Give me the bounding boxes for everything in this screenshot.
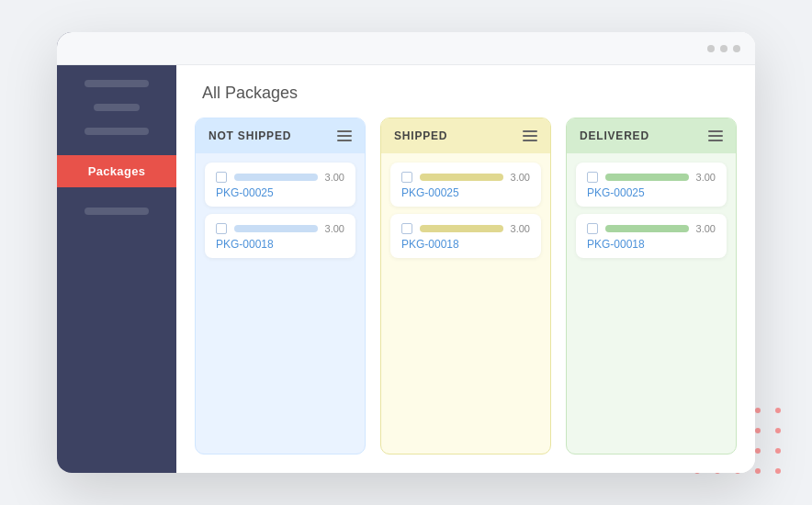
sidebar-item-packages[interactable]: Packages <box>57 155 176 187</box>
card-bar <box>605 225 689 232</box>
card-top: 3.00 <box>401 223 530 234</box>
card-bar <box>234 225 318 232</box>
card-checkbox[interactable] <box>401 172 412 183</box>
window-chrome <box>57 32 755 65</box>
chrome-dot-2 <box>720 45 727 52</box>
column-shipped: SHIPPED 3.00 PKG-00025 <box>380 118 551 454</box>
card-value: 3.00 <box>511 172 530 183</box>
sidebar-line-2 <box>94 104 140 111</box>
card-delivered-1: 3.00 PKG-00025 <box>576 163 727 207</box>
menu-line <box>523 140 537 141</box>
chrome-dot-1 <box>707 45 715 52</box>
card-checkbox[interactable] <box>401 223 412 234</box>
card-not-shipped-2: 3.00 PKG-00018 <box>205 214 355 258</box>
card-delivered-2: 3.00 PKG-00018 <box>576 214 727 258</box>
col-menu-shipped[interactable] <box>523 130 537 141</box>
card-checkbox[interactable] <box>587 172 598 183</box>
col-menu-delivered[interactable] <box>708 130 723 141</box>
card-top: 3.00 <box>401 172 530 183</box>
col-cards-shipped: 3.00 PKG-00025 3.00 PKG-00018 <box>381 153 550 267</box>
card-link-pkg-00025-not-shipped[interactable]: PKG-00025 <box>216 186 344 199</box>
card-value: 3.00 <box>325 223 344 234</box>
menu-line <box>337 130 352 132</box>
col-header-delivered: DELIVERED <box>567 118 736 153</box>
menu-line <box>523 130 537 132</box>
sidebar-line-1 <box>85 80 149 87</box>
card-shipped-1: 3.00 PKG-00025 <box>390 163 541 207</box>
card-bar <box>605 174 689 181</box>
card-value: 3.00 <box>696 172 716 183</box>
page-title: All Packages <box>176 65 755 118</box>
card-link-pkg-00018-not-shipped[interactable]: PKG-00018 <box>216 238 344 251</box>
card-checkbox[interactable] <box>587 223 598 234</box>
sidebar-line-4 <box>85 208 149 215</box>
kanban-board: NOT SHIPPED 3.00 PKG-00025 <box>176 118 755 473</box>
card-checkbox[interactable] <box>216 172 227 183</box>
card-link-pkg-00018-delivered[interactable]: PKG-00018 <box>587 238 716 251</box>
col-header-not-shipped: NOT SHIPPED <box>196 118 365 153</box>
card-link-pkg-00025-delivered[interactable]: PKG-00025 <box>587 186 716 199</box>
menu-line <box>708 140 723 141</box>
col-title-shipped: SHIPPED <box>394 129 447 142</box>
card-link-pkg-00025-shipped[interactable]: PKG-00025 <box>401 186 530 199</box>
column-not-shipped: NOT SHIPPED 3.00 PKG-00025 <box>195 118 366 454</box>
card-value: 3.00 <box>511 223 530 234</box>
sidebar-line-3 <box>85 128 149 135</box>
menu-line <box>523 135 537 137</box>
card-value: 3.00 <box>696 223 716 234</box>
card-top: 3.00 <box>587 172 716 183</box>
chrome-dot-3 <box>733 45 740 52</box>
sidebar: Packages <box>57 32 176 473</box>
col-cards-delivered: 3.00 PKG-00025 3.00 PKG-00018 <box>567 153 736 267</box>
card-bar <box>420 225 503 232</box>
card-shipped-2: 3.00 PKG-00018 <box>390 214 541 258</box>
card-top: 3.00 <box>216 172 344 183</box>
card-value: 3.00 <box>325 172 344 183</box>
menu-line <box>337 140 352 141</box>
card-top: 3.00 <box>216 223 344 234</box>
card-checkbox[interactable] <box>216 223 227 234</box>
col-title-not-shipped: NOT SHIPPED <box>209 129 291 142</box>
card-bar <box>420 174 503 181</box>
app-window: Packages All Packages NOT SHIPPED <box>57 32 755 473</box>
menu-line <box>708 135 723 137</box>
col-cards-not-shipped: 3.00 PKG-00025 3.00 PKG-00018 <box>196 153 365 267</box>
main-content: All Packages NOT SHIPPED <box>176 32 755 473</box>
col-title-delivered: DELIVERED <box>580 129 649 142</box>
column-delivered: DELIVERED 3.00 PKG-00025 <box>566 118 737 454</box>
card-link-pkg-00018-shipped[interactable]: PKG-00018 <box>401 238 530 251</box>
col-menu-not-shipped[interactable] <box>337 130 352 141</box>
card-top: 3.00 <box>587 223 716 234</box>
col-header-shipped: SHIPPED <box>381 118 550 153</box>
card-not-shipped-1: 3.00 PKG-00025 <box>205 163 355 207</box>
card-bar <box>234 174 318 181</box>
menu-line <box>337 135 352 137</box>
window-chrome-controls <box>707 45 740 52</box>
menu-line <box>708 130 723 132</box>
